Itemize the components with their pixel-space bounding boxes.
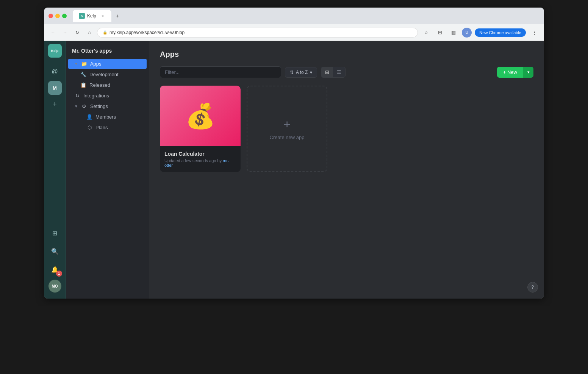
sidebar-item-label: Integrations (83, 93, 109, 99)
tab-title: Kelp (87, 13, 96, 19)
bookmark-button[interactable]: ☆ (421, 27, 432, 38)
create-plus-icon: + (283, 117, 291, 131)
toolbar-actions: ☆ ⊞ ▥ U New Chrome available ⋮ (421, 27, 540, 38)
tab-close-button[interactable]: × (100, 13, 105, 19)
sidebar-item-plans[interactable]: ⬡ Plans (68, 122, 147, 133)
app-card-title: Loan Calculator (164, 151, 236, 157)
sidebar-item-label: Plans (95, 125, 108, 130)
workspace-avatar-icon[interactable]: M (48, 81, 62, 95)
notification-badge: 1 (56, 271, 62, 277)
chrome-update-button[interactable]: New Chrome available (475, 28, 526, 37)
folder-icon: 📁 (81, 61, 87, 67)
close-window-button[interactable] (48, 14, 53, 18)
sort-icon: ⇅ (290, 70, 294, 75)
sort-button[interactable]: ⇅ A to Z ▾ (285, 67, 317, 78)
sidebar-toggle-button[interactable]: ▥ (448, 27, 459, 38)
sidebar-item-label: Settings (90, 103, 108, 109)
back-button[interactable]: ← (48, 28, 58, 37)
wrench-icon: 🔧 (80, 72, 86, 77)
app-card-meta: Updated a few seconds ago by mr-otter (164, 158, 236, 167)
fullscreen-window-button[interactable] (62, 14, 67, 18)
app-window: Kelp @ M + ⊞ 🔍 🔔 1 (44, 41, 544, 299)
new-button[interactable]: + New (497, 67, 523, 78)
app-card-body: Loan Calculator Updated a few seconds ag… (160, 146, 241, 172)
user-avatar-icon[interactable]: MO (48, 280, 61, 293)
sort-label: A to Z (296, 70, 308, 75)
address-bar[interactable]: 🔒 my.kelp.app/workspace?id=w-w0hlbp (97, 28, 418, 38)
notification-icon[interactable]: 🔔 1 (47, 261, 63, 277)
tab-bar: K Kelp × + (73, 10, 540, 22)
browser-toolbar: ← → ↻ ⌂ 🔒 my.kelp.app/workspace?id=w-w0h… (44, 24, 544, 41)
app-card-image: 💰 (160, 86, 241, 146)
active-tab[interactable]: K Kelp × (73, 10, 111, 22)
menu-button[interactable]: ⋮ (529, 27, 540, 38)
chevron-down-icon: ▼ (74, 104, 78, 108)
page-title: Apps (160, 50, 533, 59)
lock-icon: 🔒 (103, 30, 107, 34)
forward-button[interactable]: → (61, 28, 70, 37)
sidebar-item-members[interactable]: 👤 Members (68, 112, 147, 122)
view-toggle: ⊞ ☰ (321, 67, 346, 78)
app-card-user-link[interactable]: mr-otter (164, 158, 229, 167)
sidebar-item-apps[interactable]: ▼ 📁 Apps (68, 59, 147, 69)
traffic-lights (48, 14, 67, 18)
new-tab-button[interactable]: + (113, 11, 122, 20)
sidebar-item-label: Apps (90, 61, 102, 67)
magnifier-icon: 🔍 (51, 248, 59, 255)
workspace-title: Mr. Otter's apps (66, 45, 149, 58)
grid-view-button[interactable]: ⊞ (321, 67, 333, 77)
new-button-label: + New (503, 69, 517, 75)
new-dropdown-button[interactable]: ▾ (523, 67, 533, 78)
refresh-button[interactable]: ↻ (73, 28, 82, 37)
main-content: Apps ⇅ A to Z ▾ ⊞ ☰ + New (149, 41, 544, 299)
profile-picture[interactable]: U (462, 28, 472, 38)
list-view-button[interactable]: ☰ (333, 67, 345, 77)
search-icon[interactable]: 🔍 (47, 243, 63, 259)
content-toolbar: ⇅ A to Z ▾ ⊞ ☰ + New ▾ (160, 66, 533, 78)
gear-icon: ⚙ (81, 103, 87, 109)
sidebar-icons: Kelp @ M + ⊞ 🔍 🔔 1 (44, 41, 66, 299)
extensions-button[interactable]: ⊞ (435, 27, 445, 38)
sidebar-item-label: Released (89, 82, 110, 88)
sidebar-item-settings[interactable]: ▼ ⚙ Settings (68, 101, 147, 111)
nav-panel: Mr. Otter's apps ▼ 📁 Apps 🔧 Development … (66, 41, 149, 299)
sidebar-item-development[interactable]: 🔧 Development (68, 69, 147, 80)
create-new-app-card[interactable]: + Create new app (247, 86, 327, 172)
person-icon: 👤 (86, 114, 92, 120)
app-card-loan-calculator[interactable]: 💰 Loan Calculator Updated a few seconds … (160, 86, 241, 172)
sidebar-item-label: Development (89, 72, 119, 77)
add-workspace-icon[interactable]: + (47, 96, 63, 112)
chevron-down-icon: ▼ (74, 62, 78, 66)
grid-icon: ⊞ (52, 230, 57, 237)
kelp-logo-icon[interactable]: Kelp (48, 44, 62, 58)
filter-input[interactable] (160, 66, 281, 78)
help-button[interactable]: ? (527, 282, 538, 293)
at-icon[interactable]: @ (47, 64, 63, 80)
app-emoji: 💰 (185, 102, 216, 130)
apps-grid: 💰 Loan Calculator Updated a few seconds … (160, 86, 501, 172)
new-button-group: + New ▾ (497, 67, 533, 78)
plans-icon: ⬡ (86, 125, 92, 130)
dropdown-chevron-icon: ▾ (527, 70, 530, 74)
grid-view-icon[interactable]: ⊞ (47, 225, 63, 241)
minimize-window-button[interactable] (55, 14, 60, 18)
sort-dropdown-icon: ▾ (310, 70, 312, 75)
url-text: my.kelp.app/workspace?id=w-w0hlbp (109, 30, 412, 35)
tab-favicon: K (79, 13, 85, 19)
sidebar-item-released[interactable]: 📋 Released (68, 80, 147, 90)
integrations-icon: ↻ (74, 93, 80, 99)
clipboard-icon: 📋 (80, 82, 86, 88)
sidebar-item-label: Members (95, 114, 116, 120)
sidebar-bottom-icons: ⊞ 🔍 🔔 1 MO (47, 225, 63, 296)
create-new-app-label: Create new app (270, 135, 305, 140)
home-button[interactable]: ⌂ (85, 28, 94, 37)
titlebar: K Kelp × + (44, 8, 544, 24)
sidebar-item-integrations[interactable]: ↻ Integrations (68, 91, 147, 101)
